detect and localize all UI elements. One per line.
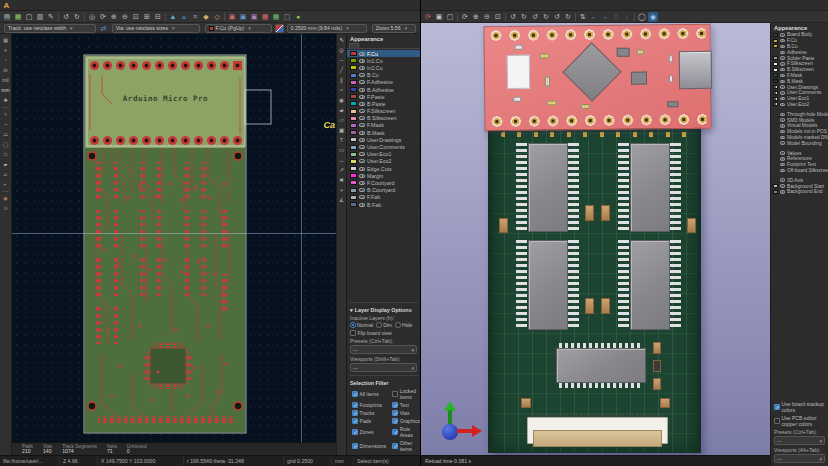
layer-color-swatch[interactable] <box>350 58 357 63</box>
inactive-mode-radio[interactable]: Hide <box>395 322 412 328</box>
pcb-canvas[interactable]: Arduino Micro Pro Ca <box>12 34 336 442</box>
filter-checkbox-row[interactable]: Rule Areas <box>389 425 420 439</box>
layer-color-swatch[interactable] <box>350 116 357 121</box>
status-units[interactable]: mm <box>332 457 354 465</box>
drc-ready-indicator[interactable]: ● <box>293 12 303 22</box>
refresh-button[interactable]: ⟳ <box>98 12 108 22</box>
visibility-eye-icon[interactable] <box>780 51 785 55</box>
rotate-z-cw-button[interactable]: ↻ <box>563 12 573 22</box>
layer-color-swatch[interactable] <box>350 180 357 185</box>
visibility-eye-icon[interactable] <box>780 33 785 37</box>
visibility-eye-icon[interactable] <box>359 174 365 178</box>
visibility-eye-icon[interactable] <box>359 59 365 63</box>
layer-color-swatch[interactable] <box>350 73 357 78</box>
dimension-tool[interactable]: ↔ <box>337 156 346 165</box>
visibility-eye-icon[interactable] <box>780 45 785 49</box>
color-swatch[interactable] <box>773 190 778 194</box>
redo-button[interactable]: ↻ <box>72 12 82 22</box>
layer-color-swatch[interactable] <box>350 195 357 200</box>
visibility-eye-icon[interactable] <box>780 91 785 95</box>
library-manager-button[interactable]: ▦ <box>260 12 270 22</box>
color-swatch[interactable] <box>773 184 778 188</box>
visibility-eye-icon[interactable] <box>359 116 365 120</box>
units-inches-toggle[interactable]: in <box>1 66 10 75</box>
visibility-eye-icon[interactable] <box>780 124 785 128</box>
zoom-objects-button[interactable]: ⊞ <box>142 12 152 22</box>
layer-color-swatch[interactable] <box>350 188 357 193</box>
In1.Cu[interactable]: In1.Cu <box>347 57 420 64</box>
visibility-eye-icon[interactable] <box>780 169 785 173</box>
visibility-eye-icon[interactable] <box>359 203 365 207</box>
lock-toggle[interactable]: ◆ <box>201 12 211 22</box>
plugin-manager-button[interactable]: ▦ <box>271 12 281 22</box>
color-swatch[interactable] <box>773 44 778 48</box>
track-outline-toggle[interactable]: ▭ <box>1 130 10 139</box>
filter-checkbox-row[interactable]: Tracks <box>349 409 389 417</box>
visibility-eye-icon[interactable] <box>359 167 365 171</box>
via-size-dropdown[interactable]: Via: use netclass sizes <box>112 24 200 33</box>
B.Mask[interactable]: B.Mask <box>347 129 420 136</box>
zoom-in-button[interactable]: ⊕ <box>471 12 481 22</box>
layer-color-swatch[interactable] <box>350 137 357 142</box>
visibility-eye-icon[interactable] <box>780 141 785 145</box>
zone-outline-toggle[interactable]: ▱ <box>1 170 10 179</box>
color-swatch[interactable] <box>773 85 778 89</box>
visibility-eye-icon[interactable] <box>780 163 785 167</box>
unlock-toggle[interactable]: ◇ <box>212 12 222 22</box>
redraw-button[interactable]: ⟳ <box>460 12 470 22</box>
visibility-eye-icon[interactable] <box>359 66 365 70</box>
color-swatch[interactable] <box>773 79 778 83</box>
B.Silkscreen[interactable]: B.Silkscreen <box>347 115 420 122</box>
save-button[interactable]: ▤ <box>2 12 12 22</box>
B.Fab[interactable]: B.Fab <box>347 201 420 208</box>
zoom-selection-button[interactable]: ⊟ <box>153 12 163 22</box>
layer-color-swatch[interactable] <box>350 166 357 171</box>
app-logo[interactable]: A <box>0 1 13 10</box>
rotate-y-ccw-button[interactable]: ↺ <box>530 12 540 22</box>
zoom-dropdown[interactable]: Zoom 5.56 <box>372 24 416 33</box>
high-contrast-toggle[interactable]: ◐ <box>1 180 10 189</box>
visibility-eye-icon[interactable] <box>780 151 785 155</box>
B.Adhesive[interactable]: B.Adhesive <box>347 86 420 93</box>
separator[interactable] <box>83 12 86 22</box>
leader-tool[interactable]: ↗ <box>337 166 346 175</box>
via-outline-toggle[interactable]: ◯ <box>1 140 10 149</box>
visibility-eye-icon[interactable] <box>780 62 785 66</box>
visibility-eye-icon[interactable] <box>359 52 365 56</box>
spacer[interactable] <box>1 190 10 193</box>
visibility-eye-icon[interactable] <box>359 181 365 185</box>
visibility-eye-icon[interactable] <box>780 113 785 117</box>
visibility-eye-icon[interactable] <box>359 188 365 192</box>
crosshair-style-toggle[interactable]: ✚ <box>1 96 10 105</box>
separator[interactable] <box>223 12 226 22</box>
place-footprint-tool[interactable]: ▣ <box>337 126 346 135</box>
ratsnest-visibility-toggle[interactable]: ≈ <box>1 110 10 119</box>
viewports-select[interactable]: --- <box>774 454 825 463</box>
separator[interactable] <box>57 12 60 22</box>
color-swatch[interactable] <box>773 33 778 37</box>
visibility-eye-icon[interactable] <box>780 74 785 78</box>
color-swatch[interactable] <box>773 68 778 72</box>
misc-indicator-icon-2[interactable]: ⊙ <box>1 204 10 213</box>
textbox-tool[interactable]: ▭ <box>337 146 346 155</box>
visibility-eye-icon[interactable] <box>359 73 365 77</box>
visibility-eye-icon[interactable] <box>359 123 365 127</box>
inactive-mode-radio[interactable]: Dim <box>376 322 392 328</box>
visibility-eye-icon[interactable] <box>780 184 785 188</box>
measure-tool[interactable]: ∡ <box>337 196 346 205</box>
rotate-y-cw-button[interactable]: ↻ <box>541 12 551 22</box>
plot-button[interactable]: ✎ <box>46 12 56 22</box>
color-swatch[interactable] <box>773 39 778 43</box>
layer-color-swatch[interactable] <box>350 87 357 92</box>
zone-fill-toggle[interactable]: ▰ <box>1 160 10 169</box>
grid-origin-toggle[interactable]: ⌖ <box>1 46 10 55</box>
zoom-in-button[interactable]: ⊕ <box>109 12 119 22</box>
visibility-eye-icon[interactable] <box>359 109 365 113</box>
undo-button[interactable]: ↺ <box>61 12 71 22</box>
layer-color-swatch[interactable] <box>350 173 357 178</box>
visibility-eye-icon[interactable] <box>359 138 365 142</box>
User.Eco1[interactable]: User.Eco1 <box>347 151 420 158</box>
footprint-editor-button[interactable]: ▣ <box>227 12 237 22</box>
filter-checkbox-row[interactable]: Zones <box>349 425 389 439</box>
highlight-net-tool[interactable]: ◎ <box>337 46 346 55</box>
